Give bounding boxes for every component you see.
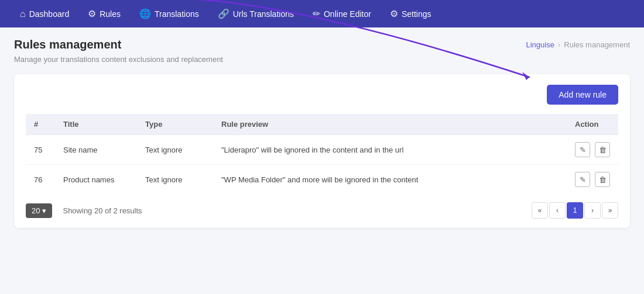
page-title: Rules management xyxy=(14,38,121,51)
pagination-buttons: «‹1›» xyxy=(532,202,618,219)
col-header-title: Title xyxy=(55,114,137,135)
col-header-num: # xyxy=(26,114,55,135)
cell-preview: "Liderapro" will be ignored in the conte… xyxy=(213,135,567,165)
translations-icon: 🌐 xyxy=(139,8,151,19)
rules-icon: ⚙ xyxy=(88,8,96,19)
nav-item-online-editor[interactable]: ✏ Online Editor xyxy=(304,5,379,23)
pagination-btn[interactable]: « xyxy=(532,202,548,219)
nav-label-rules: Rules xyxy=(100,9,121,19)
cell-action: ✎ 🗑 xyxy=(567,165,618,195)
edit-button[interactable]: ✎ xyxy=(575,142,590,157)
pagination-left: 20 ▾ Showing 20 of 2 results xyxy=(26,203,142,218)
dashboard-icon: ⌂ xyxy=(20,9,26,19)
pagination-btn[interactable]: › xyxy=(584,202,601,219)
urls-icon: 🔗 xyxy=(218,8,229,19)
table-row: 75 Site name Text ignore "Liderapro" wil… xyxy=(26,135,618,165)
col-header-action: Action xyxy=(567,114,618,135)
edit-button[interactable]: ✎ xyxy=(575,172,590,187)
rules-card: Add new rule # Title Type Rule preview A… xyxy=(14,74,630,228)
col-header-preview: Rule preview xyxy=(213,114,567,135)
page-header: Rules management Linguise › Rules manage… xyxy=(14,38,630,51)
page-content: Rules management Linguise › Rules manage… xyxy=(0,27,644,238)
pagination-btn[interactable]: ‹ xyxy=(549,202,566,219)
pagination-btn[interactable]: » xyxy=(602,202,618,219)
col-header-type: Type xyxy=(137,114,213,135)
nav-label-dashboard: Dashboard xyxy=(29,9,70,19)
nav-bar: ⌂ Dashboard ⚙ Rules 🌐 Translations 🔗 Url… xyxy=(0,0,644,27)
card-toolbar: Add new rule xyxy=(26,85,618,105)
per-page-chevron: ▾ xyxy=(42,206,46,215)
nav-item-translations[interactable]: 🌐 Translations xyxy=(131,5,207,23)
nav-label-urls: Urls Translations xyxy=(233,9,294,19)
pagination-btn[interactable]: 1 xyxy=(567,202,583,219)
page-subtitle: Manage your translations content exclusi… xyxy=(14,55,630,64)
nav-item-settings[interactable]: ⚙ Settings xyxy=(382,5,440,23)
cell-title: Site name xyxy=(55,135,137,165)
svg-marker-0 xyxy=(522,72,529,80)
cell-num: 76 xyxy=(26,165,55,195)
table-body: 75 Site name Text ignore "Liderapro" wil… xyxy=(26,135,618,195)
settings-icon: ⚙ xyxy=(390,8,398,19)
breadcrumb-root[interactable]: Linguise xyxy=(526,40,554,49)
nav-item-dashboard[interactable]: ⌂ Dashboard xyxy=(12,5,77,23)
add-new-rule-button[interactable]: Add new rule xyxy=(547,85,618,105)
breadcrumb-separator: › xyxy=(558,40,560,49)
cell-title: Product names xyxy=(55,165,137,195)
showing-text: Showing 20 of 2 results xyxy=(63,206,142,215)
pagination-row: 20 ▾ Showing 20 of 2 results «‹1›» xyxy=(26,202,618,219)
table-header: # Title Type Rule preview Action xyxy=(26,114,618,135)
per-page-value: 20 xyxy=(32,206,40,215)
nav-label-editor: Online Editor xyxy=(324,9,371,19)
cell-action: ✎ 🗑 xyxy=(567,135,618,165)
editor-icon: ✏ xyxy=(313,8,320,19)
breadcrumb-current: Rules management xyxy=(564,40,630,49)
table-row: 76 Product names Text ignore "WP Media F… xyxy=(26,165,618,195)
cell-num: 75 xyxy=(26,135,55,165)
nav-label-translations: Translations xyxy=(155,9,199,19)
breadcrumb: Linguise › Rules management xyxy=(526,40,630,49)
cell-preview: "WP Media Folder" and more will be ignor… xyxy=(213,165,567,195)
cell-type: Text ignore xyxy=(137,135,213,165)
delete-button[interactable]: 🗑 xyxy=(595,142,610,157)
per-page-button[interactable]: 20 ▾ xyxy=(26,203,52,218)
nav-label-settings: Settings xyxy=(402,9,431,19)
cell-type: Text ignore xyxy=(137,165,213,195)
rules-table: # Title Type Rule preview Action 75 Site… xyxy=(26,114,618,194)
delete-button[interactable]: 🗑 xyxy=(595,172,610,187)
nav-item-urls-translations[interactable]: 🔗 Urls Translations xyxy=(210,5,302,23)
nav-item-rules[interactable]: ⚙ Rules xyxy=(80,5,129,23)
